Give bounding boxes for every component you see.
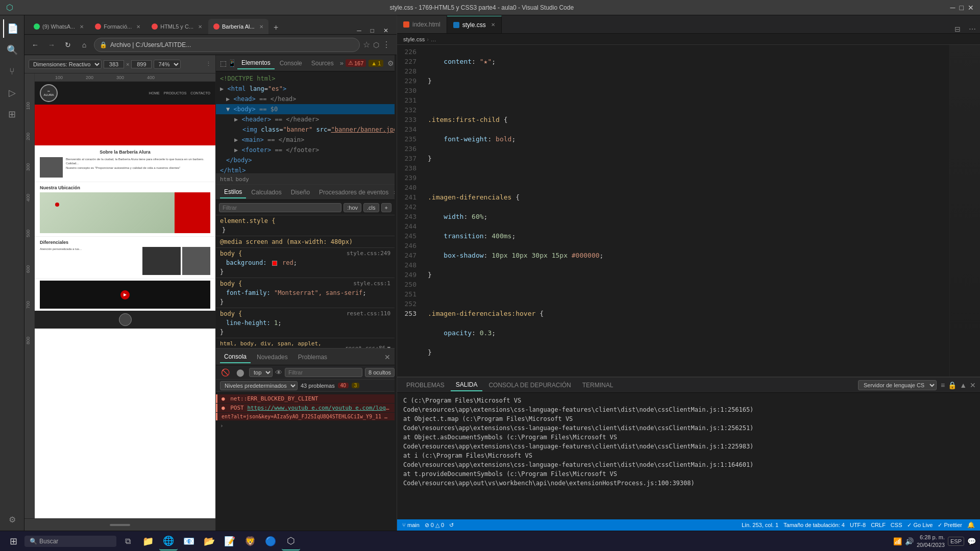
clock-display[interactable]: 6:28 p. m. 20/04/2023	[917, 534, 945, 548]
element-line-body[interactable]: ▼ <body> == $0	[216, 104, 395, 114]
console-filter-input[interactable]	[285, 368, 362, 377]
activity-bar-remote[interactable]: ⚙	[3, 510, 21, 529]
breadcrumb-body[interactable]: body	[236, 176, 250, 183]
language-server-select[interactable]: Servidor de lenguaje CS	[858, 380, 937, 390]
console-context-select[interactable]: top	[249, 368, 273, 377]
console-stop-button[interactable]: ⬤	[234, 367, 247, 378]
window-maximize-button[interactable]: □	[960, 4, 964, 12]
panel-tab-output[interactable]: SALIDA	[451, 379, 483, 391]
rule-body-source-3[interactable]: reset.css:110	[347, 309, 390, 318]
tab-calculados[interactable]: Calculados	[247, 187, 285, 198]
rule-body-source-2[interactable]: style.css:1	[353, 279, 390, 288]
play-button-icon[interactable]: ▶	[120, 290, 130, 299]
panel-tab-debug-console[interactable]: CONSOLA DE DEPURACIÓN	[483, 380, 576, 391]
reload-button[interactable]: ↻	[61, 38, 75, 52]
tab-barberia-close[interactable]: ✕	[259, 24, 263, 30]
activity-bar-extensions[interactable]: ⊞	[3, 105, 21, 123]
home-button[interactable]: ⌂	[78, 38, 91, 52]
panel-tab-terminal[interactable]: TERMINAL	[577, 380, 619, 391]
status-live-server[interactable]: ✓ Go Live	[907, 522, 933, 529]
tab-formacion-close[interactable]: ✕	[136, 24, 140, 30]
console-hidden-count-button[interactable]: 8 ocultos	[365, 368, 395, 377]
address-field[interactable]: 🔒 Archivo | C:/Users/LATITDE...	[94, 38, 360, 52]
rule-body-source-1[interactable]: style.css:249	[347, 249, 390, 258]
height-input[interactable]	[131, 60, 152, 68]
devtools-tab-elements[interactable]: Elementos	[237, 57, 275, 69]
styles-filter-input[interactable]	[219, 203, 341, 212]
tab-diseno[interactable]: Diseño	[287, 187, 314, 198]
back-button[interactable]: ←	[29, 38, 42, 52]
tab-formacion[interactable]: Formació... ✕	[90, 19, 145, 34]
activity-bar-search[interactable]: 🔍	[3, 41, 21, 59]
tab-procesadores[interactable]: Procesadores de eventos	[315, 187, 393, 198]
devtools-more-tabs[interactable]: »	[340, 59, 344, 67]
taskview-button[interactable]: ⧉	[118, 532, 137, 550]
status-encoding[interactable]: UTF-8	[850, 522, 866, 528]
error-link[interactable]: https://www.youtub e.com/youtub e.com/lo…	[247, 405, 395, 411]
new-tab-button[interactable]: +	[270, 21, 283, 34]
devtools-settings-button[interactable]: ⚙	[387, 59, 394, 67]
vscode-tab-style-css[interactable]: style.css ✕	[447, 16, 502, 33]
taskbar-app-chrome[interactable]: 🌐	[159, 532, 178, 550]
problemas-tab-button[interactable]: Problemas	[294, 352, 331, 363]
status-prettier[interactable]: ✓ Prettier	[938, 522, 962, 529]
cls-toggle-button[interactable]: .cls	[363, 203, 379, 212]
taskbar-app-explorer[interactable]: 📁	[139, 532, 157, 550]
taskbar-app-chrome2[interactable]: 🔵	[261, 532, 280, 550]
chrome-maximize-button[interactable]: □	[366, 27, 378, 34]
taskbar-app-outlook[interactable]: 📧	[180, 532, 198, 550]
styles-more-button[interactable]: »	[394, 188, 395, 196]
color-swatch-red[interactable]	[272, 261, 277, 266]
tab-html5[interactable]: HTML5 y C... ✕	[146, 19, 207, 34]
volume-icon[interactable]: 🔊	[905, 537, 914, 545]
chrome-minimize-button[interactable]: ─	[353, 27, 365, 34]
start-button[interactable]: ⊞	[4, 532, 22, 550]
breadcrumb-style-css[interactable]: style.css	[403, 36, 425, 42]
element-line-html-close[interactable]: </html>	[216, 165, 395, 173]
tab-barberia[interactable]: Barbería Al... ✕	[208, 19, 268, 34]
tab-whatsapp[interactable]: (9) WhatsA... ✕	[29, 19, 89, 34]
taskbar-app-brave[interactable]: 🦁	[241, 532, 259, 550]
taskbar-search[interactable]: 🔍 Buscar	[24, 536, 116, 547]
tab-style-css-close[interactable]: ✕	[491, 22, 495, 28]
breadcrumb-html[interactable]: html	[220, 176, 234, 183]
taskbar-app-word[interactable]: 📝	[220, 532, 239, 550]
status-line-col[interactable]: Lín. 253, col. 1	[742, 522, 778, 528]
console-input-line[interactable]: ›	[216, 421, 395, 430]
status-sync[interactable]: ↺	[449, 522, 454, 529]
console-levels-select[interactable]: Niveles predeterminados	[220, 381, 298, 390]
language-indicator[interactable]: ESP	[948, 537, 964, 546]
extensions-button[interactable]: ⬡	[373, 41, 379, 49]
tab-html5-close[interactable]: ✕	[198, 24, 202, 30]
panel-tab-problems[interactable]: PROBLEMAS	[401, 380, 450, 391]
taskbar-app-vscode[interactable]: ⬡	[282, 532, 300, 550]
novedades-tab-button[interactable]: Novedades	[253, 352, 292, 363]
activity-bar-explorer[interactable]: 📄	[3, 19, 21, 38]
element-line-head[interactable]: ▶ <head> == </head>	[216, 94, 395, 104]
activity-bar-git[interactable]: ⑂	[3, 62, 21, 81]
hover-toggle-button[interactable]: :hov	[344, 203, 361, 212]
status-eol[interactable]: CRLF	[871, 522, 886, 528]
zoom-select[interactable]: 74%	[154, 60, 181, 69]
console-close-button[interactable]: ✕	[384, 353, 390, 361]
network-icon[interactable]: 📶	[893, 537, 902, 545]
panel-sort-button[interactable]: ≡	[941, 381, 945, 389]
element-line-footer[interactable]: ▶ <footer> == </footer>	[216, 145, 395, 155]
status-git-branch[interactable]: ⑂ main	[402, 522, 420, 528]
console-clear-button[interactable]: 🚫	[219, 367, 232, 378]
bookmark-button[interactable]: ☆	[363, 40, 370, 49]
tab-whatsapp-close[interactable]: ✕	[80, 24, 84, 30]
element-line-header[interactable]: ▶ <header> == </header>	[216, 114, 395, 124]
chrome-menu-button[interactable]: ⋮	[382, 40, 390, 49]
activity-bar-debug[interactable]: ▷	[3, 84, 21, 102]
devtools-icon-mobile[interactable]: 📱	[228, 57, 236, 69]
element-line-main[interactable]: ▶ <main> == </main>	[216, 135, 395, 145]
status-tab-size[interactable]: Tamaño de tabulación: 4	[783, 522, 845, 528]
rule-html-body-source[interactable]: reset.css:86 ▼	[345, 339, 390, 348]
width-input[interactable]	[104, 60, 124, 68]
window-close-button[interactable]: ✕	[968, 4, 974, 12]
console-tab-button[interactable]: Consola	[220, 351, 251, 363]
devtools-icon-inspect[interactable]: ⬚	[220, 57, 227, 69]
status-notification[interactable]: 🔔	[967, 521, 975, 529]
chrome-close-button[interactable]: ✕	[379, 27, 393, 34]
